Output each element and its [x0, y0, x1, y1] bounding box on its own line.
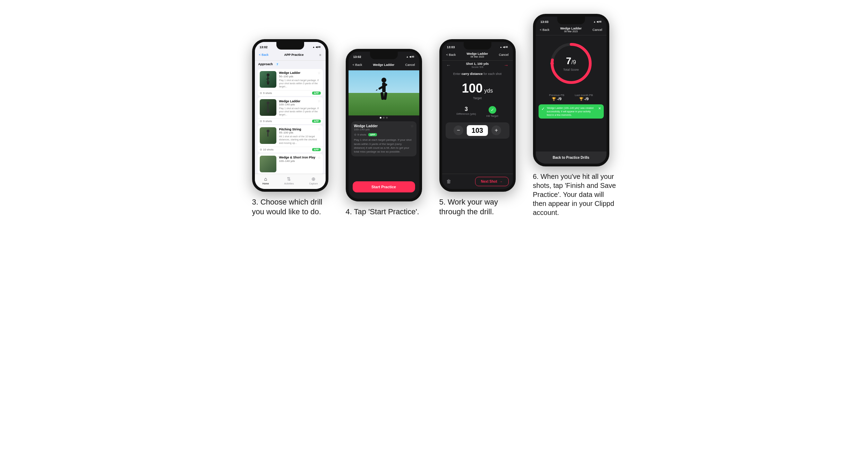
- category-tag-1: Approach 7: [255, 61, 326, 68]
- nav-back-1[interactable]: < Back: [259, 53, 269, 57]
- drill-yds-0: 50–100 yds: [279, 75, 321, 78]
- phone-4-frame: 13:03 ▲ ◀ 46 < Back Wedge Ladder 06 Mar …: [533, 14, 609, 166]
- finish-button[interactable]: Back to Practice Drills: [536, 152, 607, 164]
- drill-yds-3: 100–140 yds: [279, 159, 321, 163]
- arrow-right-icon: →: [499, 180, 503, 183]
- pb-last-month: Last month PB 🏆 -/9: [575, 94, 593, 101]
- svg-rect-14: [383, 92, 387, 100]
- dot-2: [386, 117, 388, 119]
- bookmark-icon-2[interactable]: ☆: [318, 127, 321, 131]
- detail-badge-2: APP: [368, 133, 377, 136]
- nav-back-4[interactable]: < Back: [540, 28, 550, 32]
- nav-title-4: Wedge Ladder 06 Mar 2023: [560, 27, 582, 33]
- drill-thumb-1: [260, 99, 276, 116]
- phone-2-notch: [370, 52, 398, 59]
- caption-4: 6. When you've hit all your shots, tap '…: [533, 172, 616, 217]
- prev-pb-label: Previous PB: [549, 94, 564, 97]
- drill-card-1[interactable]: Wedge Ladder ☆ 100–140 yds Play 1 shot a…: [258, 97, 323, 124]
- target-yds-3: 100: [462, 81, 483, 95]
- next-shot-button[interactable]: Next Shot →: [475, 177, 509, 186]
- nav-back-2[interactable]: < Back: [353, 63, 362, 67]
- input-val-3[interactable]: 103: [467, 125, 488, 136]
- detail-desc-2: Play 1 shot at each target yardage. If y…: [354, 138, 414, 154]
- phone-4-column: 13:03 ▲ ◀ 46 < Back Wedge Ladder 06 Mar …: [533, 14, 616, 217]
- start-practice-btn[interactable]: Start Practice: [353, 181, 415, 192]
- total-score-label: Total Score: [563, 68, 579, 71]
- page-dots-2: [349, 115, 419, 120]
- phone-1-column: 13:02 ▲ ◀ 46 < Back APP Practice ≡ Appro…: [252, 39, 335, 217]
- drill-desc-0: Play 1 shot at each target yardage. If y…: [279, 79, 321, 88]
- bookmark-icon-3[interactable]: ☆: [318, 156, 321, 159]
- drill-yds-1: 100–140 yds: [279, 103, 321, 106]
- phone-4-notch: [557, 17, 585, 24]
- pb-row: Previous PB 🏆 -/9 Last month PB 🏆 -/9: [536, 92, 607, 103]
- nav-cancel-3[interactable]: Cancel: [499, 53, 508, 57]
- golf-image-2: [349, 70, 419, 115]
- toast-close-icon[interactable]: ✕: [598, 106, 601, 110]
- golf-silhouette-1: [265, 101, 272, 114]
- golf-silhouette-2: [265, 129, 272, 142]
- increment-btn[interactable]: +: [491, 126, 501, 135]
- caption-1: 3. Choose which drill you would like to …: [252, 197, 328, 217]
- bookmark-icon-1[interactable]: ☆: [318, 99, 321, 103]
- nav-back-3[interactable]: < Back: [446, 53, 456, 57]
- nav-cancel-4[interactable]: Cancel: [592, 28, 602, 32]
- category-label-1: Approach: [258, 62, 273, 66]
- drill-info-0: Wedge Ladder ☆ 50–100 yds Play 1 shot at…: [279, 71, 321, 88]
- status-icons-1: ▲ ◀ 46: [312, 46, 321, 49]
- phone-1-screen: 13:02 ▲ ◀ 46 < Back APP Practice ≡ Appro…: [255, 42, 326, 189]
- tab-activities[interactable]: ⇅ Activities: [284, 176, 294, 185]
- caption-3: 5. Work your way through the drill.: [439, 197, 516, 217]
- shots-info-0: ⊙9 shots: [260, 92, 272, 95]
- nav-bar-4: < Back Wedge Ladder 06 Mar 2023 Cancel: [536, 24, 607, 35]
- last-month-pb-val: 🏆 -/9: [575, 97, 593, 101]
- hamburger-icon-1[interactable]: ≡: [319, 53, 321, 57]
- nav-cancel-2[interactable]: Cancel: [405, 63, 415, 67]
- success-toast: ✓ 'Wedge Ladder (100–140 yds)' was creat…: [539, 104, 604, 119]
- delete-icon-3[interactable]: 🗑: [446, 179, 451, 184]
- tab-home[interactable]: ⌂ Home: [263, 176, 269, 185]
- drill-card-3[interactable]: Wedge & Short Iron Play ☆ 100–140 yds: [258, 154, 323, 174]
- tab-capture[interactable]: ⊕ Capture: [309, 176, 318, 185]
- drill-thumb-0: [260, 71, 276, 88]
- tab-activities-label: Activities: [284, 182, 294, 185]
- home-icon: ⌂: [264, 176, 267, 182]
- next-btn-bar-3: 🗑 Next Shot →: [442, 174, 513, 189]
- status-icons-4: ▲ ◀ 46: [593, 20, 602, 23]
- app-badge-0: APP: [312, 92, 320, 95]
- status-time-4: 13:03: [541, 20, 549, 24]
- phone-2-screen: 13:02 ▲ ◀ 46 < Back Wedge Ladder Cancel: [349, 52, 419, 199]
- instruction-3: Enter carry distance for each shot: [442, 70, 513, 78]
- input-row-3: − 103 +: [446, 122, 509, 139]
- svg-point-9: [267, 130, 269, 132]
- nav-bar-1: < Back APP Practice ≡: [255, 50, 326, 61]
- svg-rect-8: [268, 109, 269, 113]
- drill-card-0[interactable]: Wedge Ladder ☆ 50–100 yds Play 1 shot at…: [258, 69, 323, 96]
- bookmark-icon-0[interactable]: ☆: [318, 71, 321, 75]
- next-shot-arrow[interactable]: →: [504, 62, 509, 68]
- nav-bar-3: < Back Wedge Ladder 06 Mar 2023 Cancel: [442, 50, 513, 61]
- phone-2-column: 13:02 ▲ ◀ 46 < Back Wedge Ladder Cancel: [346, 49, 429, 217]
- nav-title-2: Wedge Ladder: [373, 63, 394, 67]
- caption-2: 4. Tap 'Start Practice'.: [346, 207, 419, 217]
- activities-icon: ⇅: [287, 176, 291, 182]
- phone-3-frame: 13:03 ▲ ◀ 46 < Back Wedge Ladder 06 Mar …: [439, 39, 516, 192]
- phone-4-screen: 13:03 ▲ ◀ 46 < Back Wedge Ladder 06 Mar …: [536, 17, 607, 164]
- target-unit-3: yds: [484, 88, 493, 94]
- shots-info-1: ⊙9 shots: [260, 120, 272, 123]
- decrement-btn[interactable]: −: [454, 126, 463, 135]
- drill-card-2[interactable]: Pitching String ☆ 55–100 yds Hit 1 shot …: [258, 125, 323, 152]
- drill-thumb-3: [260, 156, 276, 172]
- toast-check-icon: ✓: [541, 106, 545, 111]
- prev-shot-btn[interactable]: ←: [446, 62, 451, 68]
- bookmark-icon-detail[interactable]: ☆: [411, 124, 414, 128]
- score-circle-area: 7/9 Total Score: [536, 35, 607, 92]
- drill-title-0: Wedge Ladder: [279, 71, 301, 75]
- app-badge-1: APP: [312, 120, 320, 123]
- tab-home-label: Home: [263, 182, 269, 185]
- target-label-3: Target: [446, 96, 509, 100]
- last-month-pb-label: Last month PB: [575, 94, 593, 97]
- dot-1: [383, 117, 385, 119]
- drill-yds-2: 55–100 yds: [279, 131, 321, 134]
- phone-2-frame: 13:02 ▲ ◀ 46 < Back Wedge Ladder Cancel: [346, 49, 422, 201]
